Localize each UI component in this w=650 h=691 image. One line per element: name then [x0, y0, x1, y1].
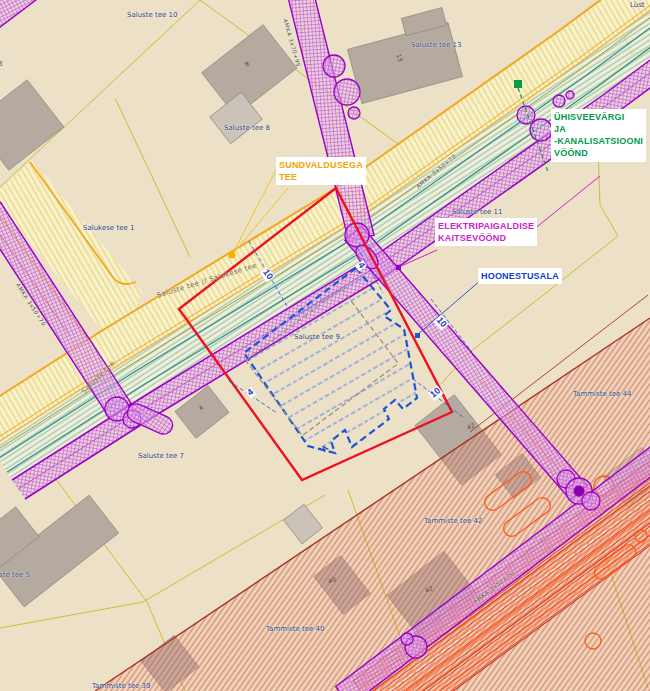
annotation-elektripaigaldise-kaitsevoond: ELEKTRIPAIGALDISE KAITSEVÖÖND [435, 218, 537, 246]
annotation-line: KAITSEVÖÖND [438, 232, 534, 244]
annotation-line: SUNDVALDUSEGA [279, 159, 363, 171]
annotation-line: TEE [279, 171, 363, 183]
annotation-sundvaldusega-tee: SUNDVALDUSEGA TEE [276, 157, 366, 185]
annotation-veevark-voond: ÜHISVEEVÄRGI JA -KANALISATSIOONI VÖÖND [551, 109, 646, 162]
annotation-line: JA [554, 123, 643, 135]
annotation-line: ÜHISVEEVÄRGI [554, 111, 643, 123]
road-reference-dot [229, 252, 236, 259]
annotation-line: -KANALISATSIOONI [554, 135, 643, 147]
electric-reference-dot [396, 265, 401, 270]
annotation-line: ELEKTRIPAIGALDISE [438, 220, 534, 232]
map-graphics [0, 0, 650, 691]
water-reference-dot [514, 80, 522, 88]
annotation-hoonestusala: HOONESTUSALA [478, 268, 562, 284]
hoonestusala-reference-dot [415, 333, 420, 338]
annotation-line: HOONESTUSALA [481, 270, 559, 282]
annotation-line: VÖÖND [554, 147, 643, 159]
map-canvas[interactable]: Saluste tee 10 Saluste tee 13 Saluste te… [0, 0, 650, 691]
